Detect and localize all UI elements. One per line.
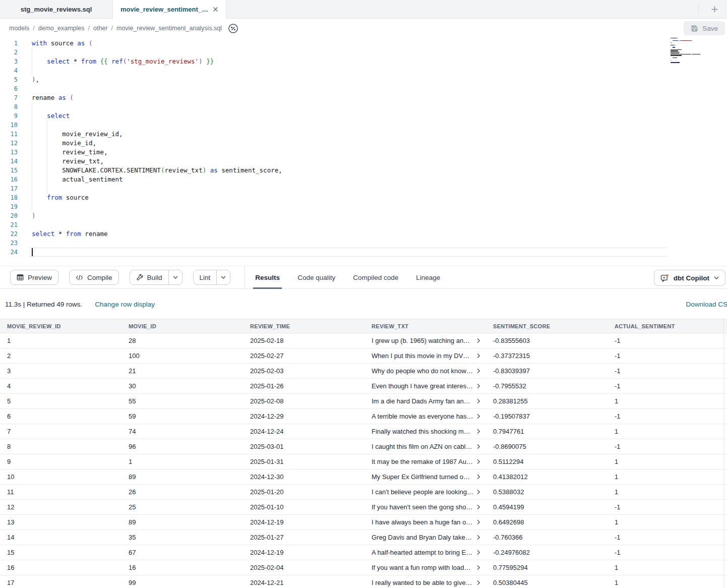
expand-review-icon[interactable] <box>476 368 481 374</box>
breadcrumb-separator: / <box>111 25 112 32</box>
cell-actual_sentiment: 1 <box>608 485 724 500</box>
tab-lineage[interactable]: Lineage <box>415 266 441 288</box>
cell-movie_id: 25 <box>122 500 243 515</box>
breadcrumb: models/demo_examples/other/movie_review_… <box>9 25 222 32</box>
expand-review-icon[interactable] <box>476 459 481 464</box>
row-stub <box>724 530 727 545</box>
row-stub <box>724 575 727 588</box>
review-text: I can't believe people are looking for a… <box>372 488 473 496</box>
cell-movie_review_id: 16 <box>0 560 122 575</box>
cell-sentiment_score: -0.83555603 <box>486 333 608 348</box>
code-text: movie_review_id, <box>22 130 727 139</box>
indent-guide <box>47 148 47 157</box>
indent-guide <box>32 48 32 57</box>
table-row: 3212025-02-03Why do people who do not kn… <box>0 364 727 379</box>
expand-review-icon[interactable] <box>476 444 481 449</box>
cell-sentiment_score: 0.77595294 <box>486 560 608 575</box>
review-text: A terrible movie as everyone has said. … <box>372 413 473 420</box>
line-number: 11 <box>0 130 22 139</box>
cell-movie_review_id: 7 <box>0 424 122 439</box>
code-text <box>22 84 727 93</box>
code-text: rename as ( <box>22 93 727 102</box>
expand-review-icon[interactable] <box>476 474 481 480</box>
cell-review_time: 2025-02-03 <box>243 364 365 379</box>
table-row: 21002025-02-27When I put this movie in m… <box>0 348 727 364</box>
new-tab-button[interactable] <box>709 4 720 15</box>
file-tab-stg-movie-reviews-sql[interactable]: stg_movie_reviews.sql <box>0 0 112 18</box>
lint-button[interactable]: Lint <box>194 270 217 284</box>
cell-movie_review_id: 5 <box>0 394 122 409</box>
column-header-sentiment_score: SENTIMENT_SCORE <box>486 319 608 333</box>
line-number: 17 <box>0 184 22 193</box>
cell-actual_sentiment: 1 <box>608 469 724 485</box>
expand-review-icon[interactable] <box>476 489 481 495</box>
code-text: movie_id, <box>22 139 727 148</box>
indent-guide <box>47 166 47 175</box>
code-text <box>22 48 727 57</box>
expand-review-icon[interactable] <box>476 353 481 359</box>
cell-movie_id: 74 <box>122 424 243 439</box>
cell-movie_review_id: 6 <box>0 409 122 424</box>
code-line: 4 <box>0 66 727 75</box>
compile-label: Compile <box>87 274 112 281</box>
cell-review_time: 2025-01-27 <box>243 530 365 545</box>
code-lines: 1with source as (23 select * from {{ ref… <box>0 39 727 257</box>
cell-sentiment_score: -0.24976082 <box>486 545 608 560</box>
tab-code-quality[interactable]: Code quality <box>296 266 336 288</box>
cell-movie_id: 1 <box>122 454 243 469</box>
expand-review-icon[interactable] <box>476 535 481 540</box>
cell-review_time: 2025-02-27 <box>243 348 365 364</box>
tab-results[interactable]: Results <box>254 266 281 288</box>
code-line: 18 from source <box>0 193 727 202</box>
tab-label: Lineage <box>416 274 440 281</box>
preview-button[interactable]: Preview <box>10 270 58 285</box>
code-line: 2 <box>0 48 727 57</box>
save-button[interactable]: Save <box>684 21 725 35</box>
expand-review-icon[interactable] <box>476 414 481 419</box>
lint-dropdown-toggle[interactable] <box>216 270 230 284</box>
expand-review-icon[interactable] <box>476 398 481 404</box>
code-text <box>22 66 727 75</box>
close-tab-icon[interactable] <box>213 7 218 12</box>
expand-review-icon[interactable] <box>476 565 481 570</box>
lint-label: Lint <box>200 274 211 281</box>
active-tab-underline <box>253 287 282 289</box>
minimap[interactable] <box>671 38 708 67</box>
expand-review-icon[interactable] <box>476 383 481 389</box>
build-button-group: Build <box>130 270 183 285</box>
code-text: actual_sentiment <box>22 175 727 184</box>
cell-movie_id: 16 <box>122 560 243 575</box>
file-tab-movie-review-sentiment-[interactable]: movie_review_sentiment_… <box>112 0 226 19</box>
table-row: 17992024-12-21I really wanted to be able… <box>0 575 727 588</box>
table-row: 11262025-01-20I can't believe people are… <box>0 485 727 500</box>
download-csv-link[interactable]: Download CSV <box>686 301 727 308</box>
dbt-copilot-button[interactable]: dbt Copilot <box>654 270 725 286</box>
expand-review-icon[interactable] <box>476 519 481 525</box>
row-stub <box>724 364 727 379</box>
cell-sentiment_score: -0.83039397 <box>486 364 608 379</box>
build-dropdown-toggle[interactable] <box>168 270 182 284</box>
breadcrumb-segment: other <box>93 25 108 32</box>
column-header-review_time: REVIEW_TIME <box>243 319 365 333</box>
code-line: 20) <box>0 211 727 220</box>
expand-review-icon[interactable] <box>476 429 481 434</box>
change-row-display-link[interactable]: Change row display <box>95 301 155 308</box>
cell-sentiment_score: -0.37372315 <box>486 348 608 364</box>
code-editor[interactable]: 1with source as (23 select * from {{ ref… <box>0 38 727 266</box>
expand-review-icon[interactable] <box>476 504 481 510</box>
build-button[interactable]: Build <box>130 270 168 284</box>
code-text: ) <box>22 211 727 220</box>
cell-review_txt: I can't believe people are looking for a… <box>365 485 486 500</box>
cell-actual_sentiment: -1 <box>608 333 724 348</box>
code-line: 14 review_txt, <box>0 157 727 166</box>
code-text <box>22 220 727 229</box>
expand-review-icon[interactable] <box>476 580 481 585</box>
tab-compiled-code[interactable]: Compiled code <box>352 266 399 288</box>
table-row: 13892024-12-19I have always been a huge … <box>0 515 727 530</box>
breadcrumb-separator: / <box>88 25 90 32</box>
row-stub <box>724 394 727 409</box>
expand-review-icon[interactable] <box>476 338 481 343</box>
expand-review-icon[interactable] <box>476 550 481 555</box>
row-stub <box>724 485 727 500</box>
compile-button[interactable]: Compile <box>69 270 119 285</box>
